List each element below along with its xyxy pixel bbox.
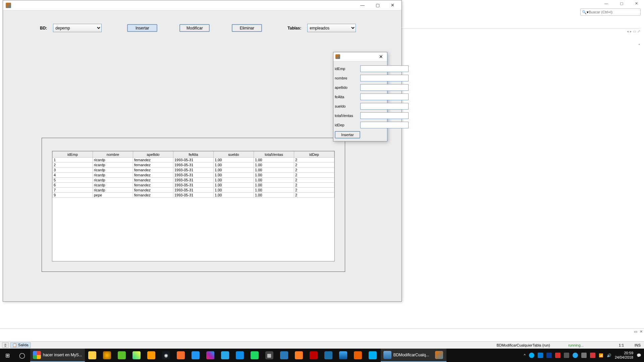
ide-close-button[interactable]: ✕ (629, 0, 644, 7)
table-cell[interactable]: fernandez (133, 178, 173, 183)
taskbar-emule[interactable] (321, 349, 336, 362)
table-cell[interactable]: 7 (53, 188, 93, 193)
table-cell[interactable]: 1.00 (214, 188, 254, 193)
tablas-select[interactable]: empleados (307, 24, 356, 32)
taskbar-insync[interactable] (188, 349, 203, 362)
table-header[interactable]: feAlta (173, 152, 214, 158)
table-header[interactable]: totalVentas (254, 152, 294, 158)
table-cell[interactable]: fernandez (133, 173, 173, 178)
table-cell[interactable]: 1993-05-31 (173, 173, 214, 178)
tray-telegram-icon[interactable] (573, 353, 578, 358)
tray-bluetooth-icon[interactable] (546, 353, 552, 358)
table-cell[interactable]: 1.00 (254, 183, 294, 188)
table-cell[interactable]: fernandez (133, 193, 173, 198)
input-apellido[interactable] (360, 84, 409, 91)
taskbar-musicbee[interactable] (100, 349, 114, 362)
tray-network-icon[interactable]: 📶 (599, 353, 603, 358)
table-header[interactable]: sueldo (214, 152, 254, 158)
taskbar-vlc[interactable] (351, 349, 365, 362)
table-header[interactable]: apellido (133, 152, 173, 158)
table-row[interactable]: 4ricardpfernandez1993-05-311.001.002 (53, 173, 334, 178)
table-cell[interactable]: fernandez (133, 163, 173, 168)
tray-clock[interactable]: 20:59 24/04/2018 (615, 351, 633, 359)
taskbar-skype[interactable] (365, 349, 380, 362)
table-cell[interactable]: 1.00 (214, 168, 254, 173)
taskbar-safari[interactable] (336, 349, 351, 362)
table-cell[interactable]: 2 (294, 158, 334, 163)
table-cell[interactable]: 1.00 (254, 173, 294, 178)
table-cell[interactable]: 2 (294, 188, 334, 193)
table-cell[interactable]: 1.00 (214, 178, 254, 183)
bd-select[interactable]: depemp (53, 24, 102, 32)
table-row[interactable]: 9pepefernandez1993-05-311.001.002 (53, 193, 334, 198)
app-close-button[interactable]: ✕ (385, 1, 400, 10)
nav-back-icon[interactable]: ◂ (627, 29, 629, 33)
taskbar-chrome[interactable]: hacer insert en MyS... (30, 349, 85, 362)
table-header[interactable]: idEmp (53, 152, 93, 158)
table-cell[interactable]: fernandez (133, 158, 173, 163)
taskbar-filezilla[interactable] (306, 349, 321, 362)
taskbar-steam[interactable]: ◉ (159, 349, 173, 362)
expand-panel-icon[interactable]: ⤢ (637, 29, 640, 33)
table-cell[interactable]: 6 (53, 183, 93, 188)
table-scroll[interactable]: idEmpnombreapellidofeAltasueldototalVent… (52, 151, 335, 261)
minimize-panel-icon[interactable]: ▭ (633, 29, 636, 33)
taskbar-calc[interactable]: ▦ (262, 349, 277, 362)
table-cell[interactable]: 2 (294, 163, 334, 168)
table-cell[interactable]: ricardp (93, 168, 133, 173)
taskbar-netbeans[interactable]: BDModificarCualq... (381, 349, 432, 362)
nav-fwd-icon[interactable]: ▸ (630, 29, 632, 33)
dialog-insertar-button[interactable]: Insertar (335, 131, 360, 138)
table-cell[interactable]: 2 (294, 178, 334, 183)
app-maximize-button[interactable]: ▢ (370, 1, 385, 10)
table-row[interactable]: 5ricardpfernandez1993-05-311.001.002 (53, 178, 334, 183)
table-cell[interactable]: fernandez (133, 183, 173, 188)
table-cell[interactable]: 4 (53, 173, 93, 178)
taskbar-utorrent[interactable] (114, 349, 129, 362)
statusbar-left-button[interactable]: ▯ (2, 342, 9, 348)
taskbar-explorer[interactable] (85, 349, 100, 362)
taskbar-java-app[interactable] (432, 349, 446, 362)
app-minimize-button[interactable]: — (355, 1, 370, 10)
table-cell[interactable]: 1.00 (214, 173, 254, 178)
table-cell[interactable]: 1.00 (214, 163, 254, 168)
table-cell[interactable]: 1993-05-31 (173, 188, 214, 193)
table-cell[interactable]: ricardp (93, 173, 133, 178)
ide-minimize-button[interactable]: — (599, 0, 614, 7)
tray-chevron-icon[interactable]: ^ (524, 353, 526, 357)
input-sueldo[interactable] (360, 103, 409, 110)
tray-magnet-icon[interactable] (555, 353, 560, 358)
table-row[interactable]: 1ricardpfernandez1993-05-311.001.002 (53, 158, 334, 163)
taskbar-xampp[interactable] (291, 349, 306, 362)
tray-riot-icon[interactable] (590, 353, 595, 358)
input-idemp[interactable] (360, 65, 409, 72)
table-cell[interactable]: 1993-05-31 (173, 183, 214, 188)
table-cell[interactable]: 2 (294, 173, 334, 178)
table-cell[interactable]: ricardp (93, 158, 133, 163)
dialog-titlebar[interactable]: ✕ (333, 52, 387, 61)
taskbar-paint[interactable] (203, 349, 218, 362)
app-titlebar[interactable]: — ▢ ✕ (3, 0, 401, 10)
table-cell[interactable]: 1.00 (214, 183, 254, 188)
data-table[interactable]: idEmpnombreapellidofeAltasueldototalVent… (52, 151, 334, 198)
table-row[interactable]: 6ricardpfernandez1993-05-311.001.002 (53, 183, 334, 188)
start-button[interactable]: ⊞ (0, 349, 15, 362)
table-cell[interactable]: pepe (93, 193, 133, 198)
table-header[interactable]: idDep (294, 152, 334, 158)
table-cell[interactable]: 1.00 (254, 163, 294, 168)
eliminar-button[interactable]: Eliminar (232, 24, 262, 32)
table-cell[interactable]: 1.00 (214, 193, 254, 198)
dialog-close-button[interactable]: ✕ (377, 53, 385, 60)
taskbar-search-icon[interactable]: ◯ (15, 349, 30, 362)
table-cell[interactable]: 5 (53, 178, 93, 183)
table-header[interactable]: nombre (93, 152, 133, 158)
table-cell[interactable]: 1 (53, 158, 93, 163)
table-cell[interactable]: 1993-05-31 (173, 168, 214, 173)
table-row[interactable]: 2ricardpfernandez1993-05-311.001.002 (53, 163, 334, 168)
table-cell[interactable]: fernandez (133, 188, 173, 193)
tray-notifications-icon[interactable]: 💬 (637, 353, 641, 358)
taskbar-origin[interactable] (173, 349, 188, 362)
table-cell[interactable]: 1.00 (254, 158, 294, 163)
taskbar-telegram[interactable] (218, 349, 232, 362)
table-cell[interactable]: 1993-05-31 (173, 193, 214, 198)
